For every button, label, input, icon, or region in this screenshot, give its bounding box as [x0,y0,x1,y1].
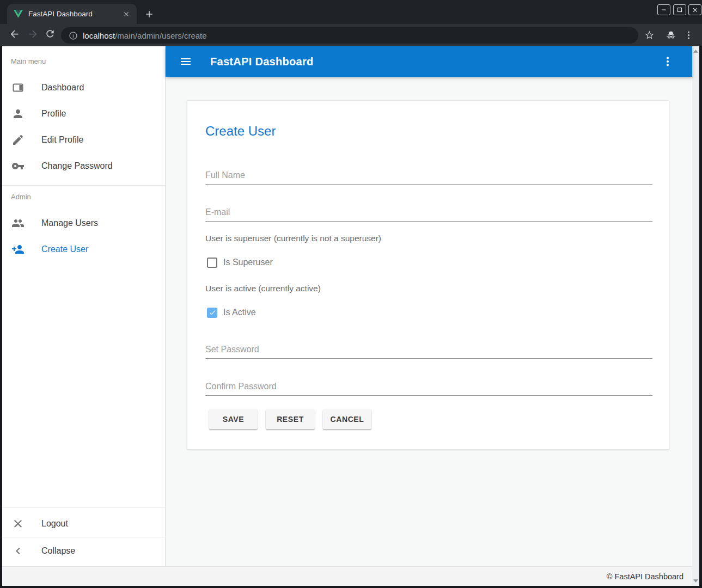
reload-button[interactable] [42,26,58,41]
vue-logo-icon [14,10,23,18]
sidebar-item-dashboard[interactable]: Dashboard [2,75,165,101]
forward-button[interactable] [25,26,40,41]
tab-close-icon[interactable] [121,9,131,19]
browser-window: FastAPI Dashboard localhost/main/admi [0,0,702,588]
address-bar[interactable]: localhost/main/admin/users/create [61,27,638,44]
copyright-text: © FastAPI Dashboard [607,572,683,581]
confirm-password-input[interactable] [205,378,652,396]
sidebar-item-label: Change Password [41,161,113,171]
sidebar-item-label: Profile [41,109,66,119]
is-active-label: Is Active [223,308,256,317]
page-content: Main menu Dashboard Profile Edit Profile [2,46,699,586]
sidebar-item-label: Dashboard [41,83,84,93]
bookmark-star-icon[interactable] [642,27,657,42]
browser-menu-icon[interactable] [681,27,696,42]
sidebar-item-profile[interactable]: Profile [2,101,165,127]
hamburger-menu-icon[interactable] [179,55,192,68]
email-field-wrap [205,204,652,222]
set-password-field-wrap [205,341,652,359]
sidebar-item-collapse[interactable]: Collapse [2,538,165,564]
sidebar-item-change-password[interactable]: Change Password [2,153,165,179]
create-user-card: Create User User is superuser (currently… [187,100,669,450]
is-superuser-row[interactable]: Is Superuser [207,257,273,268]
sidebar-section-main-menu: Main menu [11,57,46,65]
back-button[interactable] [7,26,22,41]
full-name-input[interactable] [205,167,652,185]
site-info-icon[interactable] [69,31,78,40]
url-host: localhost [83,31,115,40]
sidebar-item-label: Logout [41,519,68,529]
save-button[interactable]: SAVE [209,409,258,429]
dashboard-icon [11,81,25,94]
window-minimize-button[interactable] [657,4,670,15]
url-path: /main/admin/users/create [115,31,206,40]
browser-tab[interactable]: FastAPI Dashboard [7,4,137,24]
sidebar-item-logout[interactable]: Logout [2,511,165,537]
confirm-password-field-wrap [205,378,652,396]
sidebar-item-manage-users[interactable]: Manage Users [2,210,165,236]
people-icon [11,217,25,230]
scroll-down-icon[interactable] [692,577,699,585]
app-title: FastAPI Dashboard [210,56,314,68]
sidebar-divider [2,185,165,186]
set-password-input[interactable] [205,341,652,359]
sidebar-item-edit-profile[interactable]: Edit Profile [2,127,165,153]
window-close-button[interactable] [688,4,701,15]
pencil-icon [11,133,25,146]
superuser-hint: User is superuser (currently is not a su… [205,234,381,243]
scroll-up-icon[interactable] [692,47,699,55]
sidebar-item-label: Create User [41,244,88,254]
is-superuser-checkbox[interactable] [207,258,217,268]
active-hint: User is active (currently active) [205,284,321,293]
sidebar-item-label: Collapse [41,546,75,556]
app-bar: FastAPI Dashboard [166,46,692,77]
key-icon [11,160,25,173]
sidebar-item-create-user[interactable]: Create User [2,236,165,262]
sidebar-item-label: Edit Profile [41,135,83,145]
full-name-field-wrap [205,167,652,185]
incognito-icon [663,27,679,42]
tab-strip: FastAPI Dashboard [0,0,702,24]
vertical-scrollbar[interactable] [692,46,699,586]
app-menu-icon[interactable] [661,55,674,68]
page-title: Create User [205,124,276,139]
is-active-row[interactable]: Is Active [207,307,256,318]
sidebar-divider [2,507,165,507]
is-superuser-label: Is Superuser [223,258,273,267]
chevron-left-icon [11,544,25,558]
cancel-button[interactable]: CANCEL [323,409,371,429]
sidebar-divider [2,537,165,537]
sidebar: Main menu Dashboard Profile Edit Profile [2,46,166,566]
person-icon [11,107,25,120]
reset-button[interactable]: RESET [266,409,315,429]
close-icon [11,517,25,530]
is-active-checkbox[interactable] [207,308,217,318]
person-add-icon [11,243,25,256]
url-text: localhost/main/admin/users/create [83,31,207,40]
tab-title: FastAPI Dashboard [28,10,121,18]
page-footer: © FastAPI Dashboard [2,566,692,586]
email-input[interactable] [205,204,652,222]
sidebar-section-admin: Admin [11,193,31,201]
new-tab-button[interactable] [142,7,156,21]
sidebar-item-label: Manage Users [41,218,98,228]
window-maximize-button[interactable] [673,4,686,15]
